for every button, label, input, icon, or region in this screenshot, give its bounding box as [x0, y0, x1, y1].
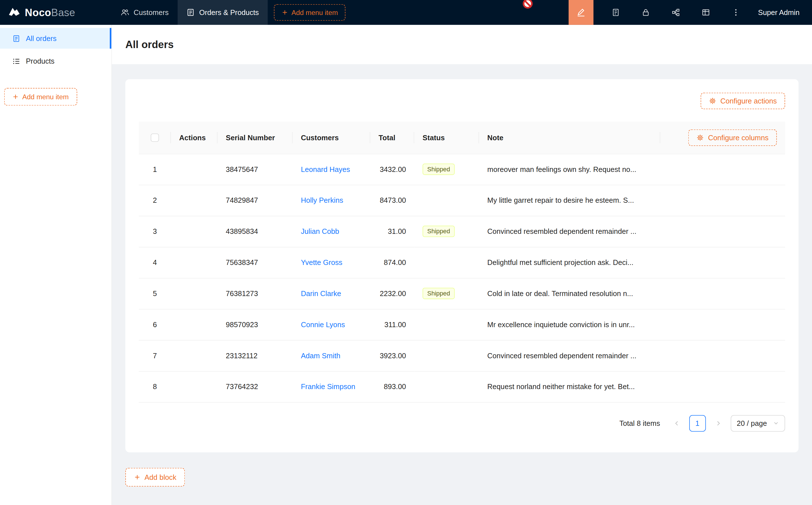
- chevron-left-icon: [674, 420, 680, 426]
- row-index: 5: [139, 278, 171, 309]
- column-header-total[interactable]: Total: [370, 122, 414, 154]
- more-actions-icon[interactable]: [721, 0, 751, 25]
- nav-tab-label: Customers: [134, 8, 169, 16]
- sidebar-add-menu-item-button[interactable]: Add menu item: [4, 88, 77, 106]
- customer-link[interactable]: Frankie Simpson: [301, 382, 355, 391]
- table-row[interactable]: 7 23132112 Adam Smith 3923.00 Convinced …: [139, 340, 785, 371]
- navbar-right-cluster: Super Admin: [568, 0, 812, 25]
- row-index: 8: [139, 371, 171, 402]
- column-header-status[interactable]: Status: [414, 122, 479, 154]
- top-navbar: NocoBase Customers Orders & Products: [0, 0, 812, 25]
- row-index: 4: [139, 247, 171, 278]
- sidebar: All orders Products Add menu item: [0, 25, 112, 505]
- sidebar-item-label: Products: [26, 57, 54, 65]
- table-row[interactable]: 5 76381273 Darin Clarke 2232.00 Shipped …: [139, 278, 785, 309]
- actions-cell: [171, 216, 218, 247]
- note-cell: Mr excellence inquietude conviction is i…: [479, 309, 660, 340]
- api-workflow-icon[interactable]: [661, 0, 691, 25]
- pagination: Total 8 items 1: [139, 415, 785, 432]
- gear-icon: [697, 134, 704, 141]
- select-all-checkbox[interactable]: [151, 134, 159, 142]
- column-header-serial-number[interactable]: Serial Number: [218, 122, 292, 154]
- table-row[interactable]: 6 98570923 Connie Lyons 311.00 Mr excell…: [139, 309, 785, 340]
- nocobase-logo-icon: [7, 6, 21, 19]
- total-cell: 3923.00: [370, 340, 414, 371]
- gear-icon: [709, 97, 716, 105]
- total-cell: 893.00: [370, 371, 414, 402]
- customer-link[interactable]: Holly Perkins: [301, 196, 343, 204]
- serial-number-cell: 75638347: [218, 247, 292, 278]
- customer-link[interactable]: Adam Smith: [301, 351, 341, 360]
- add-block-button[interactable]: Add block: [125, 468, 185, 486]
- user-menu[interactable]: Super Admin: [751, 8, 812, 16]
- note-cell: Convinced resembled dependent remainder …: [479, 340, 660, 371]
- table-row[interactable]: 1 38475647 Leonard Hayes 3432.00 Shipped…: [139, 154, 785, 185]
- access-control-icon[interactable]: [631, 0, 661, 25]
- actions-cell: [171, 340, 218, 371]
- row-index: 7: [139, 340, 171, 371]
- note-cell: Request norland neither mistake for yet.…: [479, 371, 660, 402]
- orders-icon: [186, 8, 194, 16]
- customer-link[interactable]: Connie Lyons: [301, 320, 345, 329]
- row-index: 6: [139, 309, 171, 340]
- chevron-right-icon: [715, 420, 721, 426]
- page-size-select[interactable]: 20 / page: [730, 415, 785, 432]
- page-title: All orders: [125, 38, 174, 50]
- vertical-dots-icon: [732, 8, 740, 16]
- nav-tab-label: Orders & Products: [199, 8, 259, 16]
- pagination-total: Total 8 items: [619, 419, 660, 427]
- page-header: All orders: [112, 25, 812, 64]
- total-cell: 874.00: [370, 247, 414, 278]
- sidebar-item-products[interactable]: Products: [0, 51, 112, 71]
- serial-number-cell: 73764232: [218, 371, 292, 402]
- nav-tab-customers[interactable]: Customers: [112, 0, 177, 25]
- serial-number-cell: 74829847: [218, 185, 292, 216]
- serial-number-cell: 76381273: [218, 278, 292, 309]
- serial-number-cell: 43895834: [218, 216, 292, 247]
- sidebar-item-all-orders[interactable]: All orders: [0, 28, 112, 49]
- layout-settings-icon[interactable]: [691, 0, 721, 25]
- plus-icon: [281, 9, 288, 16]
- plus-icon: [134, 474, 140, 480]
- actions-cell: [171, 278, 218, 309]
- row-index: 3: [139, 216, 171, 247]
- table-row[interactable]: 4 75638347 Yvette Gross 874.00 Delightfu…: [139, 247, 785, 278]
- serial-number-cell: 98570923: [218, 309, 292, 340]
- customer-link[interactable]: Darin Clarke: [301, 289, 341, 298]
- actions-cell: [171, 247, 218, 278]
- ui-editor-toggle-button[interactable]: [568, 0, 593, 25]
- column-header-actions[interactable]: Actions: [171, 122, 218, 154]
- nav-add-menu-item-button[interactable]: Add menu item: [274, 4, 346, 21]
- table-row[interactable]: 8 73764232 Frankie Simpson 893.00 Reques…: [139, 371, 785, 402]
- data-source-manager-icon[interactable]: [601, 0, 631, 25]
- table-row[interactable]: 3 43895834 Julian Cobb 31.00 Shipped Con…: [139, 216, 785, 247]
- orders-table: Actions Serial Number Customers Total St…: [139, 122, 785, 402]
- total-cell: 311.00: [370, 309, 414, 340]
- column-header-customers[interactable]: Customers: [292, 122, 370, 154]
- note-cell: My little garret repair to desire he est…: [479, 185, 660, 216]
- note-cell: Convinced resembled dependent remainder …: [479, 216, 660, 247]
- table-row[interactable]: 2 74829847 Holly Perkins 8473.00 My litt…: [139, 185, 785, 216]
- lock-icon: [641, 8, 650, 16]
- brand[interactable]: NocoBase: [0, 6, 112, 19]
- chevron-down-icon: [773, 420, 779, 426]
- team-icon: [121, 8, 129, 16]
- blocked-cursor-icon: [522, 0, 533, 9]
- file-icon: [12, 34, 20, 42]
- pagination-page-1[interactable]: 1: [689, 415, 706, 432]
- customer-link[interactable]: Yvette Gross: [301, 258, 342, 266]
- nav-tab-orders-products[interactable]: Orders & Products: [177, 0, 268, 25]
- status-tag: Shipped: [423, 163, 455, 175]
- configure-actions-button[interactable]: Configure actions: [701, 93, 785, 110]
- pagination-prev-button[interactable]: [668, 415, 685, 432]
- ledger-icon: [612, 8, 620, 16]
- configure-columns-button[interactable]: Configure columns: [688, 129, 777, 146]
- customer-link[interactable]: Julian Cobb: [301, 227, 339, 235]
- brand-name: NocoBase: [25, 6, 75, 18]
- note-cell: moreover man feelings own shy. Request n…: [479, 154, 660, 185]
- column-header-note[interactable]: Note: [479, 122, 660, 154]
- pagination-next-button[interactable]: [710, 415, 726, 432]
- customer-link[interactable]: Leonard Hayes: [301, 165, 350, 173]
- app-root: NocoBase Customers Orders & Products: [0, 0, 812, 505]
- total-cell: 8473.00: [370, 185, 414, 216]
